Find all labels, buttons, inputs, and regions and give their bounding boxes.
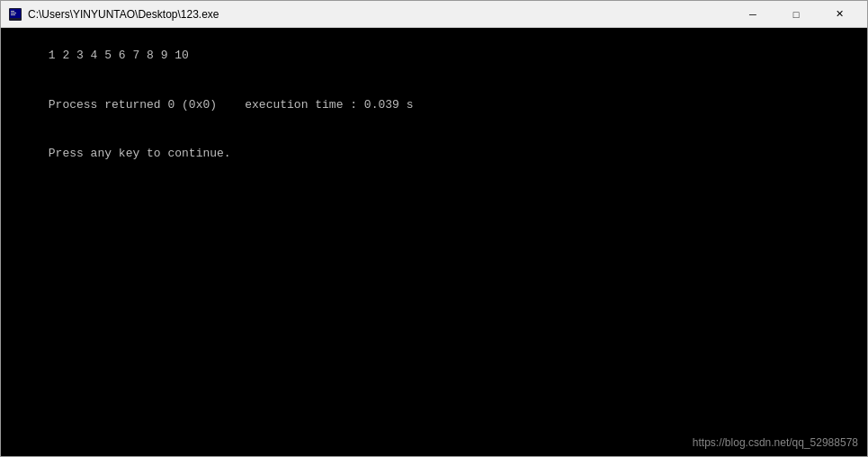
svg-rect-2 bbox=[11, 11, 14, 12]
console-area: 1 2 3 4 5 6 7 8 9 10 Process returned 0 … bbox=[1, 28, 867, 456]
main-window: C:\Users\YINYUNTAO\Desktop\123.exe ─ □ ✕… bbox=[0, 0, 868, 457]
maximize-button[interactable]: □ bbox=[775, 1, 817, 28]
window-title: C:\Users\YINYUNTAO\Desktop\123.exe bbox=[28, 8, 219, 21]
output-line3: Press any key to continue. bbox=[49, 147, 231, 160]
titlebar-controls: ─ □ ✕ bbox=[732, 1, 860, 28]
svg-rect-4 bbox=[11, 14, 15, 15]
app-icon bbox=[8, 7, 22, 22]
output-line2: Process returned 0 (0x0) execution time … bbox=[49, 98, 414, 112]
console-output: 1 2 3 4 5 6 7 8 9 10 Process returned 0 … bbox=[6, 31, 862, 179]
titlebar-left: C:\Users\YINYUNTAO\Desktop\123.exe bbox=[8, 7, 219, 22]
output-line1: 1 2 3 4 5 6 7 8 9 10 bbox=[49, 49, 189, 62]
titlebar: C:\Users\YINYUNTAO\Desktop\123.exe ─ □ ✕ bbox=[1, 1, 867, 28]
watermark: https://blog.csdn.net/qq_52988578 bbox=[693, 436, 858, 449]
close-button[interactable]: ✕ bbox=[819, 1, 860, 28]
minimize-button[interactable]: ─ bbox=[732, 1, 774, 28]
svg-rect-3 bbox=[11, 13, 16, 13]
